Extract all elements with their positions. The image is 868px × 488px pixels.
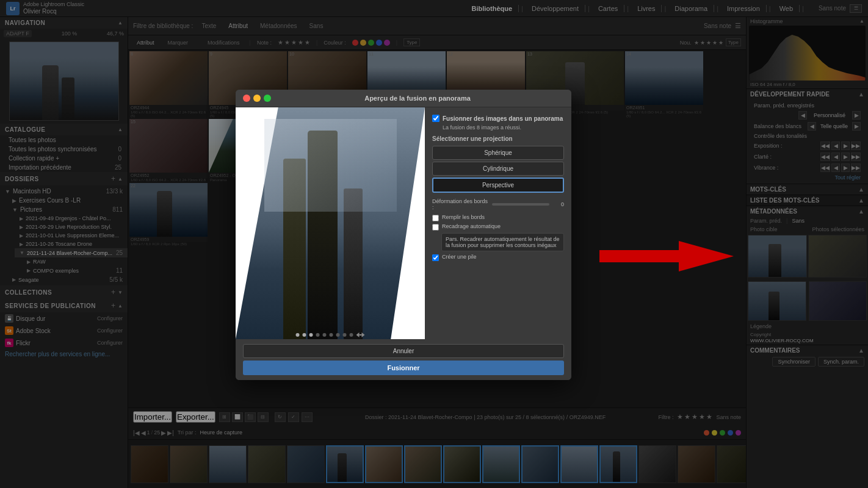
option-pile: Créer une pile — [432, 254, 564, 261]
deformation-row: Déformation des bords : 0 — [432, 198, 564, 210]
cylindrique-btn[interactable]: Cylindrique — [432, 162, 564, 176]
panorama-modal: Aperçu de la fusion en panorama — [236, 90, 571, 380]
merge-checkbox[interactable] — [432, 115, 439, 122]
perspective-btn[interactable]: Perspective — [432, 178, 564, 193]
option-recadrage: Recadrage automatique — [432, 223, 564, 231]
tooltip-recadrage: Pars. Recadrer automatiquement le résult… — [441, 233, 564, 251]
svg-marker-1 — [356, 332, 360, 337]
fusion-button[interactable]: Fusionner — [243, 361, 564, 375]
red-arrow-container — [599, 238, 734, 274]
modal-body: Fusionner des images dans un panorama La… — [236, 107, 571, 339]
svg-marker-3 — [362, 332, 365, 337]
pile-label: Créer une pile — [442, 254, 477, 260]
deformation-slider[interactable] — [492, 203, 549, 206]
svg-marker-0 — [599, 241, 734, 271]
modal-close-btn[interactable] — [243, 95, 250, 102]
preview-area — [236, 107, 425, 339]
pile-checkbox[interactable] — [432, 254, 439, 261]
modal-max-btn[interactable] — [264, 95, 271, 102]
modal-min-btn[interactable] — [253, 95, 261, 102]
merge-label: Fusionner des images dans un panorama — [443, 115, 563, 122]
remplir-checkbox[interactable] — [432, 215, 439, 221]
cancel-button[interactable]: Annuler — [243, 344, 564, 358]
spherique-btn[interactable]: Sphérique — [432, 146, 564, 160]
recadrage-label: Recadrage automatique — [442, 223, 501, 229]
recadrage-checkbox[interactable] — [432, 224, 439, 231]
modal-footer: Annuler Fusionner — [236, 339, 571, 380]
option-remplir: Remplir les bords — [432, 214, 564, 221]
svg-rect-2 — [360, 334, 362, 336]
red-arrow — [599, 238, 734, 274]
modal-window-controls — [243, 95, 271, 102]
projection-section-title: Sélectionner une projection — [432, 135, 564, 142]
modal-overlay: Aperçu de la fusion en panorama — [0, 0, 868, 488]
remplir-label: Remplir les bords — [442, 214, 485, 220]
modal-settings: Fusionner des images dans un panorama La… — [425, 107, 571, 339]
deformation-value: 0 — [552, 201, 564, 207]
deformation-label: Déformation des bords : — [432, 198, 490, 210]
modal-title: Aperçu de la fusion en panorama — [271, 95, 564, 102]
merge-sub-text: La fusion des 8 images a réussi. — [443, 124, 564, 131]
modal-titlebar: Aperçu de la fusion en panorama — [236, 90, 571, 107]
merge-checkbox-row: Fusionner des images dans un panorama — [432, 115, 564, 122]
